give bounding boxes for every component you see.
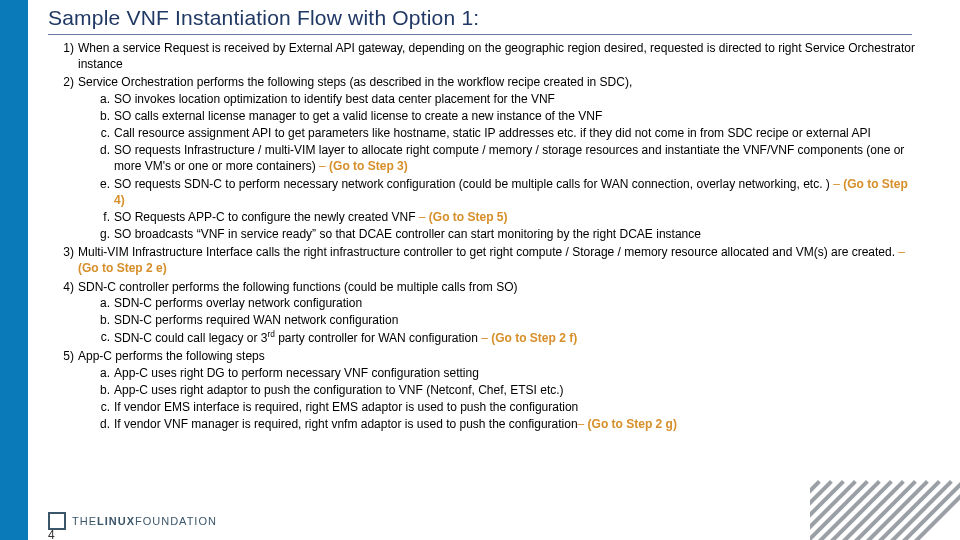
sub-step-item: If vendor VNF manager is required, right… xyxy=(106,416,918,432)
sub-step-text: If vendor EMS interface is required, rig… xyxy=(114,400,578,414)
sub-step-text: App-C uses right adaptor to push the con… xyxy=(114,383,564,397)
sub-step-text: SDN-C could call legacy or 3rd party con… xyxy=(114,331,481,345)
sub-step-text: SDN-C performs required WAN network conf… xyxy=(114,313,398,327)
step-text: App-C performs the following steps xyxy=(78,349,265,363)
sub-step-item: SDN-C performs required WAN network conf… xyxy=(106,312,918,328)
step-item: When a service Request is received by Ex… xyxy=(68,40,918,72)
goto-ref: (Go to Step 2 f) xyxy=(491,331,577,345)
sub-step-text: SO requests Infrastructure / multi-VIM l… xyxy=(114,143,904,173)
title-underline xyxy=(48,34,912,35)
goto-ref: (Go to Step 2 e) xyxy=(78,261,167,275)
sub-step-item: SO requests Infrastructure / multi-VIM l… xyxy=(106,142,918,174)
sub-step-item: SO Requests APP-C to configure the newly… xyxy=(106,209,918,225)
sub-step-text: SO broadcasts “VNF in service ready” so … xyxy=(114,227,701,241)
sub-step-item: Call resource assignment API to get para… xyxy=(106,125,918,141)
numbered-steps: When a service Request is received by Ex… xyxy=(48,40,918,432)
sub-step-text: App-C uses right DG to perform necessary… xyxy=(114,366,479,380)
step-item: Service Orchestration performs the follo… xyxy=(68,74,918,242)
sub-steps: App-C uses right DG to perform necessary… xyxy=(78,365,918,433)
page-number: 4 xyxy=(48,528,55,540)
step-item: App-C performs the following stepsApp-C … xyxy=(68,348,918,432)
goto-ref: (Go to Step 3) xyxy=(329,159,408,173)
footer-brand: THELINUXFOUNDATION xyxy=(48,512,217,530)
sub-step-item: SO calls external license manager to get… xyxy=(106,108,918,124)
sub-steps: SDN-C performs overlay network configura… xyxy=(78,295,918,347)
sub-step-item: SO requests SDN-C to perform necessary n… xyxy=(106,176,918,208)
goto-ref: (Go to Step 2 g) xyxy=(588,417,677,431)
sub-step-item: App-C uses right DG to perform necessary… xyxy=(106,365,918,381)
sub-step-item: SDN-C could call legacy or 3rd party con… xyxy=(106,329,918,346)
sub-step-item: SDN-C performs overlay network configura… xyxy=(106,295,918,311)
step-text: When a service Request is received by Ex… xyxy=(78,41,915,71)
body-content: When a service Request is received by Ex… xyxy=(48,40,918,434)
sub-step-text: If vendor VNF manager is required, right… xyxy=(114,417,578,431)
step-item: SDN-C controller performs the following … xyxy=(68,279,918,347)
sub-step-item: SO broadcasts “VNF in service ready” so … xyxy=(106,226,918,242)
corner-stripes-decoration xyxy=(810,480,960,540)
sub-step-text: SDN-C performs overlay network configura… xyxy=(114,296,362,310)
footer-brand-text: THELINUXFOUNDATION xyxy=(72,515,217,527)
sub-step-text: SO calls external license manager to get… xyxy=(114,109,602,123)
sub-step-text: SO invokes location optimization to iden… xyxy=(114,92,555,106)
sub-step-text: SO requests SDN-C to perform necessary n… xyxy=(114,177,833,191)
sub-step-text: SO Requests APP-C to configure the newly… xyxy=(114,210,419,224)
slide-title: Sample VNF Instantiation Flow with Optio… xyxy=(48,6,479,30)
left-accent-bar xyxy=(0,0,28,540)
goto-ref: (Go to Step 5) xyxy=(429,210,508,224)
step-item: Multi-VIM Infrastructure Interface calls… xyxy=(68,244,918,276)
step-text: Multi-VIM Infrastructure Interface calls… xyxy=(78,245,898,259)
sub-step-item: App-C uses right adaptor to push the con… xyxy=(106,382,918,398)
sub-step-item: SO invokes location optimization to iden… xyxy=(106,91,918,107)
step-text: SDN-C controller performs the following … xyxy=(78,280,518,294)
step-text: Service Orchestration performs the follo… xyxy=(78,75,632,89)
sub-step-item: If vendor EMS interface is required, rig… xyxy=(106,399,918,415)
sub-steps: SO invokes location optimization to iden… xyxy=(78,91,918,243)
sub-step-text: Call resource assignment API to get para… xyxy=(114,126,871,140)
